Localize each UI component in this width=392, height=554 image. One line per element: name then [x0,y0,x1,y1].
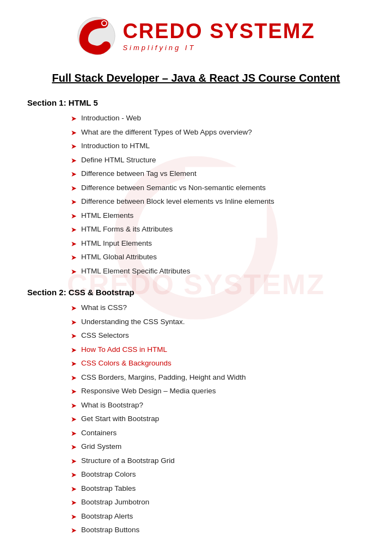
arrow-icon: ➤ [71,224,77,235]
list-item: ➤HTML Global Attributes [71,252,365,263]
list-item: ➤What is CSS? [71,302,365,314]
topic-text: How To Add CSS in HTML [81,344,167,355]
list-item: ➤Bootstrap Colors [71,469,365,480]
list-item: ➤Understanding the CSS Syntax. [71,316,365,328]
topic-text: HTML Input Elements [81,238,152,249]
list-item: ➤How To Add CSS in HTML [71,344,365,356]
topic-text: Introduction to HTML [81,141,150,151]
arrow-icon: ➤ [71,127,77,138]
list-item: ➤Containers [71,428,365,439]
topic-text: What are the different Types of Web Apps… [81,127,252,138]
topic-text: Bootstrap Jumbotron [81,497,149,508]
arrow-icon: ➤ [71,414,77,425]
section1-topic-list: ➤Introduction - Web➤What are the differe… [71,113,365,277]
logo-name: CREDO SYSTEMZ [122,21,315,41]
arrow-icon: ➤ [71,428,77,439]
list-item: ➤HTML Input Elements [71,238,365,249]
arrow-icon: ➤ [71,169,77,180]
arrow-icon: ➤ [71,239,77,249]
topic-text: Structure of a Bootstrap Grid [81,455,175,466]
topic-text: HTML Global Attributes [81,252,157,263]
list-item: ➤CSS Colors & Backgrounds [71,358,365,369]
section-section1: Section 1: HTML 5➤Introduction - Web➤Wha… [27,98,365,277]
list-item: ➤CSS Selectors [71,330,365,342]
list-item: ➤Define HTML Structure [71,155,365,166]
arrow-icon: ➤ [71,373,77,383]
topic-text: Bootstrap Buttons [81,525,139,535]
topic-text: Introduction - Web [81,113,141,124]
topic-text: What is Bootstrap? [81,400,143,411]
topic-text: HTML Elements [81,210,133,221]
svg-point-4 [102,21,106,25]
list-item: ➤Bootstrap Tables [71,483,365,495]
topic-text: HTML Forms & its Attributes [81,224,173,235]
arrow-icon: ➤ [71,497,77,508]
header: CREDO SYSTEMZ Simplifying IT [27,11,365,61]
topic-text: Understanding the CSS Syntax. [81,316,185,327]
section-section2: Section 2: CSS & Bootstrap➤What is CSS?➤… [27,288,365,536]
list-item: ➤Bootstrap Alerts [71,511,365,522]
topic-text: What is CSS? [81,302,127,313]
list-item: ➤Difference between Tag vs Element [71,168,365,180]
arrow-icon: ➤ [71,525,77,536]
arrow-icon: ➤ [71,442,77,453]
arrow-icon: ➤ [71,317,77,328]
arrow-icon: ➤ [71,484,77,495]
arrow-icon: ➤ [71,155,77,166]
topic-text: CSS Selectors [81,330,129,341]
arrow-icon: ➤ [71,252,77,263]
list-item: ➤HTML Elements [71,210,365,222]
list-item: ➤CSS Borders, Margins, Padding, Height a… [71,372,365,383]
section1-heading: Section 1: HTML 5 [27,98,365,107]
list-item: ➤Grid System [71,441,365,453]
arrow-icon: ➤ [71,183,77,194]
topic-text: Containers [81,428,117,439]
list-item: ➤Difference between Semantic vs Non-sema… [71,182,365,194]
logo-container: CREDO SYSTEMZ Simplifying IT [77,16,315,56]
topic-text: CSS Colors & Backgrounds [81,358,171,369]
topic-text: Difference between Block level elements … [81,196,274,207]
topic-text: Bootstrap Colors [81,469,136,480]
arrow-icon: ➤ [71,470,77,480]
arrow-icon: ➤ [71,358,77,369]
topic-text: CSS Borders, Margins, Padding, Height an… [81,372,246,383]
arrow-icon: ➤ [71,197,77,208]
arrow-icon: ➤ [71,211,77,222]
list-item: ➤Introduction - Web [71,113,365,124]
arrow-icon: ➤ [71,512,77,522]
list-item: ➤Get Start with Bootstrap [71,413,365,425]
list-item: ➤Difference between Block level elements… [71,196,365,208]
list-item: ➤Responsive Web Design – Media queries [71,386,365,397]
list-item: ➤HTML Element Specific Attributes [71,266,365,277]
list-item: ➤Bootstrap Buttons [71,525,365,536]
arrow-icon: ➤ [71,303,77,314]
topic-text: Difference between Semantic vs Non-seman… [81,182,266,193]
logo-icon [77,16,116,56]
topic-text: Get Start with Bootstrap [81,413,159,424]
arrow-icon: ➤ [71,113,77,124]
topic-text: Bootstrap Alerts [81,511,133,522]
topic-text: Grid System [81,441,121,452]
sections-container: Section 1: HTML 5➤Introduction - Web➤Wha… [27,98,365,536]
list-item: ➤What are the different Types of Web App… [71,127,365,138]
arrow-icon: ➤ [71,456,77,467]
topic-text: Responsive Web Design – Media queries [81,386,216,397]
arrow-icon: ➤ [71,141,77,152]
main-title: Full Stack Developer – Java & React JS C… [27,72,365,84]
list-item: ➤Introduction to HTML [71,141,365,152]
arrow-icon: ➤ [71,345,77,356]
list-item: ➤Structure of a Bootstrap Grid [71,455,365,467]
arrow-icon: ➤ [71,400,77,411]
list-item: ➤HTML Forms & its Attributes [71,224,365,235]
arrow-icon: ➤ [71,266,77,277]
section2-topic-list: ➤What is CSS?➤Understanding the CSS Synt… [71,302,365,536]
topic-text: Define HTML Structure [81,155,156,166]
topic-text: Bootstrap Tables [81,483,136,494]
section2-heading: Section 2: CSS & Bootstrap [27,288,365,297]
list-item: ➤Bootstrap Jumbotron [71,497,365,508]
topic-text: HTML Element Specific Attributes [81,266,191,277]
arrow-icon: ➤ [71,386,77,397]
logo-text-block: CREDO SYSTEMZ Simplifying IT [122,21,315,52]
topic-text: Difference between Tag vs Element [81,168,197,179]
logo-tagline: Simplifying IT [122,44,315,52]
